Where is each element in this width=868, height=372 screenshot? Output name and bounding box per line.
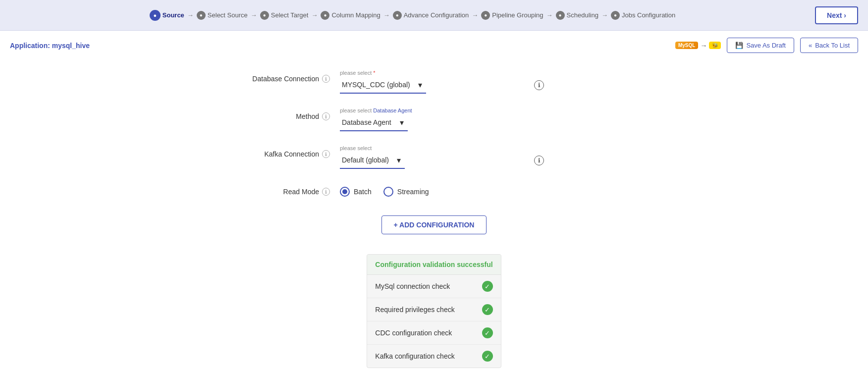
- validation-item-kafka-label: Kafka configuration check: [375, 352, 454, 360]
- arrow-6: →: [546, 11, 553, 19]
- app-label: Application: mysql_hive: [10, 42, 90, 50]
- method-select[interactable]: Database Agent: [340, 114, 408, 130]
- validation-item-privileges-label: Required privileges check: [375, 306, 454, 314]
- step-dot-column-mapping: ●: [321, 11, 329, 20]
- arrow-4: →: [383, 11, 390, 19]
- database-connection-select-wrapper: MYSQL_CDC (global) ▾: [340, 77, 426, 94]
- step-jobs-config[interactable]: ● Jobs Configuration: [611, 11, 675, 20]
- method-select-container: Database Agent ▾: [340, 114, 528, 131]
- save-draft-label: Save As Draft: [746, 42, 785, 49]
- arrow-1: →: [187, 11, 194, 19]
- validation-check-privileges: ✓: [482, 304, 493, 315]
- hive-logo: 🐝: [709, 42, 721, 49]
- batch-radio-option[interactable]: Batch: [340, 187, 372, 197]
- step-scheduling[interactable]: ● Scheduling: [556, 11, 598, 20]
- kafka-connection-row: Kafka Connection ℹ please select Default…: [231, 145, 637, 169]
- next-button[interactable]: Next ›: [815, 6, 858, 24]
- database-connection-label: Database Connection ℹ: [231, 70, 330, 83]
- mysql-logo: MySQL: [675, 42, 698, 49]
- step-advance-config[interactable]: ● Advance Configuration: [393, 11, 469, 20]
- arrow-2: →: [251, 11, 257, 19]
- method-hint-database-agent: Database Agent: [373, 107, 412, 113]
- method-info-icon[interactable]: ℹ: [322, 112, 330, 120]
- step-dot-select-source: ●: [197, 11, 206, 20]
- validation-box: Configuration validation successful MySq…: [367, 254, 501, 368]
- sub-header-actions: MySQL → 🐝 💾 Save As Draft « Back To List: [675, 38, 858, 53]
- database-connection-required: *: [373, 70, 375, 76]
- step-label-scheduling: Scheduling: [567, 11, 598, 19]
- kafka-connection-select-container: Default (global) ▾ ℹ: [340, 152, 528, 169]
- step-dot-source: ●: [150, 10, 161, 21]
- method-field: please select Database Agent Database Ag…: [340, 107, 528, 131]
- validation-container: Configuration validation successful MySq…: [231, 254, 637, 368]
- step-dot-advance-config: ●: [393, 11, 402, 20]
- step-label-select-target: Select Target: [271, 11, 309, 19]
- kafka-connection-select-wrapper: Default (global) ▾: [340, 152, 405, 169]
- database-connection-field: please select * MYSQL_CDC (global) ▾ ℹ: [340, 70, 528, 94]
- step-source[interactable]: ● Source: [150, 10, 184, 21]
- arrow-7: →: [601, 11, 608, 19]
- database-connection-select[interactable]: MYSQL_CDC (global): [340, 77, 426, 93]
- method-row: Method ℹ please select Database Agent Da…: [231, 107, 637, 131]
- read-mode-label-text: Read Mode: [283, 188, 319, 196]
- validation-item-cdc-label: CDC configuration check: [375, 329, 452, 337]
- step-label-column-mapping: Column Mapping: [331, 11, 380, 19]
- validation-header: Configuration validation successful: [367, 255, 500, 275]
- step-dot-pipeline-grouping: ●: [481, 11, 490, 20]
- steps-container: ● Source → ● Select Source → ● Select Ta…: [10, 10, 815, 21]
- step-label-source: Source: [163, 11, 184, 19]
- kafka-connection-hint: please select: [340, 145, 528, 151]
- method-label-text: Method: [296, 112, 319, 120]
- add-config-wrapper: + ADD CONFIGURATION: [231, 211, 637, 244]
- step-label-advance-config: Advance Configuration: [404, 11, 469, 19]
- method-select-wrapper: Database Agent ▾: [340, 114, 408, 131]
- kafka-connection-label-text: Kafka Connection: [264, 150, 319, 158]
- step-select-source[interactable]: ● Select Source: [197, 11, 248, 20]
- database-connection-row: Database Connection ℹ please select * MY…: [231, 70, 637, 94]
- read-mode-info-icon[interactable]: ℹ: [322, 188, 330, 196]
- back-to-list-label: Back To List: [815, 42, 850, 49]
- kafka-connection-field-info-icon[interactable]: ℹ: [534, 156, 544, 165]
- database-connection-select-container: MYSQL_CDC (global) ▾ ℹ: [340, 77, 528, 94]
- streaming-radio-option[interactable]: Streaming: [383, 187, 429, 197]
- step-label-pipeline-grouping: Pipeline Grouping: [492, 11, 543, 19]
- add-configuration-button[interactable]: + ADD CONFIGURATION: [381, 215, 487, 234]
- arrow-5: →: [472, 11, 478, 19]
- step-dot-scheduling: ●: [556, 11, 565, 20]
- step-select-target[interactable]: ● Select Target: [260, 11, 309, 20]
- streaming-radio-label: Streaming: [397, 188, 429, 196]
- batch-radio-circle[interactable]: [340, 187, 350, 197]
- top-nav: ● Source → ● Select Source → ● Select Ta…: [0, 0, 868, 31]
- save-draft-button[interactable]: 💾 Save As Draft: [727, 38, 794, 53]
- database-connection-info-icon[interactable]: ℹ: [322, 75, 330, 83]
- read-mode-row: Read Mode ℹ Batch Streaming: [231, 183, 637, 197]
- back-arrows-icon: «: [809, 42, 812, 49]
- validation-item-cdc: CDC configuration check ✓: [367, 321, 500, 345]
- validation-item-mysql-label: MySql connection check: [375, 282, 450, 290]
- read-mode-options: Batch Streaming: [340, 183, 528, 197]
- step-column-mapping[interactable]: ● Column Mapping: [321, 11, 380, 20]
- database-connection-field-info-icon[interactable]: ℹ: [534, 80, 544, 90]
- kafka-connection-field: please select Default (global) ▾ ℹ: [340, 145, 528, 169]
- step-pipeline-grouping[interactable]: ● Pipeline Grouping: [481, 11, 543, 20]
- connector-arrow: →: [700, 42, 707, 50]
- save-icon: 💾: [735, 42, 743, 49]
- method-hint: please select Database Agent: [340, 107, 528, 113]
- read-mode-label: Read Mode ℹ: [231, 183, 330, 196]
- method-label: Method ℹ: [231, 107, 330, 120]
- kafka-connection-select[interactable]: Default (global): [340, 152, 405, 168]
- back-to-list-button[interactable]: « Back To List: [800, 38, 858, 53]
- main-content: Database Connection ℹ please select * MY…: [211, 60, 657, 372]
- database-connection-hint: please select *: [340, 70, 528, 76]
- validation-check-cdc: ✓: [482, 327, 493, 338]
- arrow-3: →: [311, 11, 318, 19]
- validation-check-kafka: ✓: [482, 351, 493, 362]
- validation-item-kafka: Kafka configuration check ✓: [367, 345, 500, 368]
- step-label-select-source: Select Source: [208, 11, 248, 19]
- kafka-connection-info-icon[interactable]: ℹ: [322, 150, 330, 158]
- streaming-radio-circle[interactable]: [383, 187, 393, 197]
- database-connection-label-text: Database Connection: [252, 75, 319, 83]
- read-mode-field: Batch Streaming: [340, 183, 528, 197]
- app-title: Application: mysql_hive: [10, 42, 90, 50]
- validation-item-mysql: MySql connection check ✓: [367, 275, 500, 298]
